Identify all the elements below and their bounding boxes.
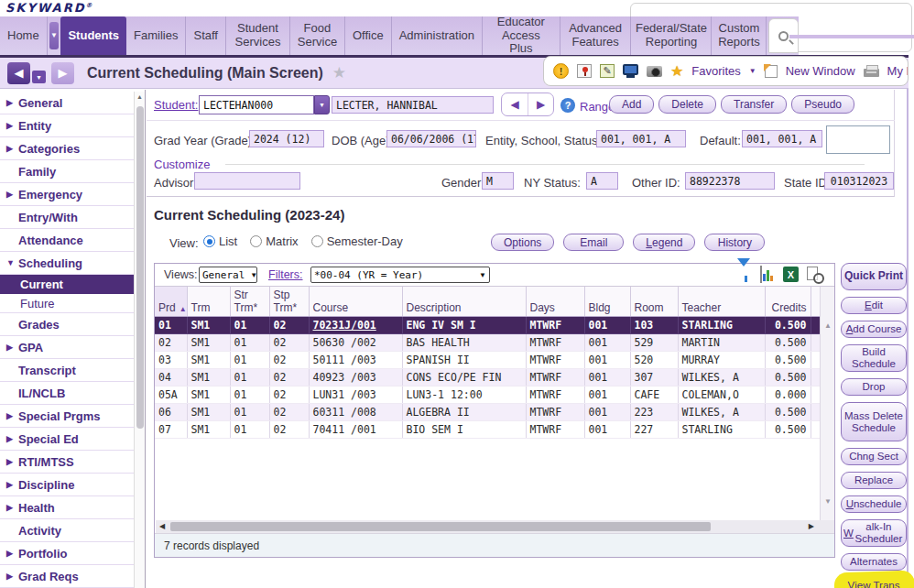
nav-tab-staff[interactable]: Staff: [186, 16, 226, 55]
view-radio-matrix[interactable]: Matrix: [250, 234, 298, 248]
grid-horizontal-scrollbar[interactable]: ◀ ▶: [156, 520, 834, 533]
table-row-period-07[interactable]: 07SM1010270411 /001BIO SEM IMTWRF001227S…: [155, 421, 820, 439]
column-header-description[interactable]: Description: [402, 287, 526, 317]
column-header-teacher[interactable]: Teacher: [678, 287, 765, 317]
sidebar-item-current[interactable]: Current: [0, 275, 134, 294]
nav-tab-federal-state-reporting[interactable]: Federal/State Reporting: [631, 16, 712, 55]
column-header-room[interactable]: Room: [630, 287, 678, 317]
student-button-transfer[interactable]: Transfer: [721, 95, 787, 114]
prev-student-button[interactable]: ◀: [502, 93, 528, 115]
nav-tab-office[interactable]: Office: [345, 16, 392, 55]
export-excel-icon[interactable]: X: [783, 267, 799, 282]
sidebar-item-rti-mtss[interactable]: ▶ RTI/MTSS: [0, 451, 134, 474]
sidebar-item-transcript[interactable]: Transcript: [0, 359, 134, 382]
nav-tab-students[interactable]: Students: [60, 16, 126, 55]
sidebar-item-activity[interactable]: Activity: [0, 519, 134, 542]
favorites-label[interactable]: Favorites: [691, 64, 740, 78]
scroll-up-icon[interactable]: ▲: [136, 93, 143, 100]
next-student-button[interactable]: ▶: [528, 93, 553, 115]
sidebar-item-gpa[interactable]: ▶ GPA: [0, 336, 134, 359]
view-radio-semester-day[interactable]: Semester-Day: [311, 234, 403, 248]
new-window-label[interactable]: New Window: [786, 64, 855, 78]
student-dropdown-button[interactable]: ▼: [314, 95, 330, 114]
action-add-course[interactable]: Add Course: [841, 321, 907, 338]
filters-link[interactable]: Filters:: [268, 268, 303, 281]
action-walk-in-scheduler[interactable]: Walk-In Scheduler: [841, 519, 907, 547]
grid-vertical-scrollbar[interactable]: ▲ ▼: [820, 287, 834, 520]
nav-tab-student-services[interactable]: Student Services: [226, 16, 290, 55]
new-window-icon[interactable]: [765, 65, 778, 78]
nav-tab-home[interactable]: Home: [0, 16, 48, 55]
column-header-str-trm[interactable]: Str Trm*: [230, 287, 269, 317]
sidebar-item-family[interactable]: Family: [0, 160, 134, 183]
favorite-star-icon[interactable]: ★: [332, 63, 346, 82]
notes-icon[interactable]: ✎: [600, 64, 615, 78]
map-icon[interactable]: [577, 64, 592, 78]
action-replace[interactable]: Replace: [841, 472, 907, 489]
monitor-icon[interactable]: [623, 64, 638, 75]
toolbar-button-history[interactable]: History: [704, 234, 765, 251]
sidebar-item-il-nclb[interactable]: IL/NCLB: [0, 382, 134, 405]
sidebar-item-grad-reqs[interactable]: ▶ Grad Reqs: [0, 565, 134, 588]
sidebar-item-discipline[interactable]: ▶ Discipline: [0, 474, 134, 496]
scrollbar-thumb[interactable]: [170, 522, 711, 531]
action-edit[interactable]: Edit: [841, 297, 907, 314]
action-mass-delete-schedule[interactable]: Mass Delete Schedule: [841, 402, 907, 441]
view-radio-list[interactable]: List: [203, 234, 237, 248]
action-alternates[interactable]: Alternates: [841, 553, 907, 571]
sidebar-item-health[interactable]: ▶ Health: [0, 496, 134, 519]
table-row-period-06[interactable]: 06SM1010260311 /008ALGEBRA IIMTWRF001223…: [155, 404, 820, 421]
print-queue-icon[interactable]: [864, 69, 879, 77]
action-unschedule[interactable]: Unschedule: [841, 495, 907, 513]
sidebar-item-portfolio[interactable]: ▶ Portfolio: [0, 542, 134, 565]
column-header-trm[interactable]: Trm: [187, 287, 230, 317]
back-button[interactable]: ◀: [7, 62, 30, 84]
student-id-input[interactable]: LECTEHAN000: [199, 95, 314, 114]
nav-tab-custom-reports[interactable]: Custom Reports: [712, 16, 767, 55]
student-button-pseudo[interactable]: Pseudo: [791, 95, 854, 114]
nav-tab-educator-access-plus[interactable]: Educator Access Plus: [483, 16, 560, 55]
ranges-help-icon[interactable]: ?: [560, 98, 575, 113]
scroll-left-icon[interactable]: ◀: [159, 522, 165, 530]
action-chng-sect[interactable]: Chng Sect: [841, 448, 907, 465]
scroll-right-icon[interactable]: ▶: [809, 522, 814, 530]
toolbar-button-email[interactable]: Email: [563, 234, 624, 251]
chart-icon[interactable]: [760, 266, 762, 283]
sidebar-item-entry-with[interactable]: Entry/With: [0, 206, 134, 229]
scroll-up-icon[interactable]: ▲: [824, 321, 832, 330]
alerts-icon[interactable]: !: [553, 63, 569, 79]
table-row-period-02[interactable]: 02SM1010250630 /002BAS HEALTHMTWRF001529…: [155, 334, 820, 352]
scroll-down-icon[interactable]: ▼: [824, 497, 832, 506]
history-dropdown[interactable]: ▼: [32, 71, 46, 83]
scrollbar-thumb[interactable]: [136, 106, 144, 429]
nav-tab-advanced-features[interactable]: Advanced Features: [560, 16, 632, 55]
student-button-delete[interactable]: Delete: [658, 95, 716, 114]
toolbar-button-legend[interactable]: Legend: [633, 234, 695, 251]
favorites-icon[interactable]: ★: [670, 62, 683, 80]
action-view-trans[interactable]: View Trans: [841, 577, 907, 588]
column-header-stp-trm[interactable]: Stp Trm*: [269, 287, 309, 317]
sidebar-item-general[interactable]: ▶ General: [0, 92, 134, 114]
toolbar-button-options[interactable]: Options: [491, 234, 554, 251]
action-quick-print[interactable]: Quick Print: [841, 263, 907, 290]
sidebar-item-special-prgms[interactable]: ▶ Special Prgms: [0, 405, 134, 428]
views-select[interactable]: General▼: [199, 267, 257, 283]
column-header-credits[interactable]: Credits: [765, 287, 811, 317]
filter-funnel-icon[interactable]: [737, 267, 755, 284]
column-header-course[interactable]: Course: [309, 287, 402, 317]
student-button-add[interactable]: Add: [609, 95, 654, 114]
sidebar-item-scheduling[interactable]: ▼ Scheduling: [0, 252, 134, 275]
filter-select[interactable]: *00-04 (YR = Year)▼: [310, 267, 490, 283]
student-label-link[interactable]: Student:: [154, 98, 198, 112]
sidebar-scrollbar[interactable]: ▲: [134, 92, 145, 588]
sidebar-item-attendance[interactable]: Attendance: [0, 229, 134, 252]
forward-button[interactable]: ▶: [51, 62, 74, 84]
print-preview-icon[interactable]: [807, 267, 818, 280]
nav-tab-families[interactable]: Families: [126, 16, 186, 55]
table-row-period-01[interactable]: 01SM1010270231J/001ENG IV SM IMTWRF00110…: [155, 317, 820, 334]
camera-icon[interactable]: [647, 66, 662, 77]
customize-link[interactable]: Customize: [154, 158, 210, 171]
column-header-days[interactable]: Days: [526, 287, 584, 317]
sidebar-item-emergency[interactable]: ▶ Emergency: [0, 183, 134, 206]
nav-tab-food-service[interactable]: Food Service: [290, 16, 345, 55]
